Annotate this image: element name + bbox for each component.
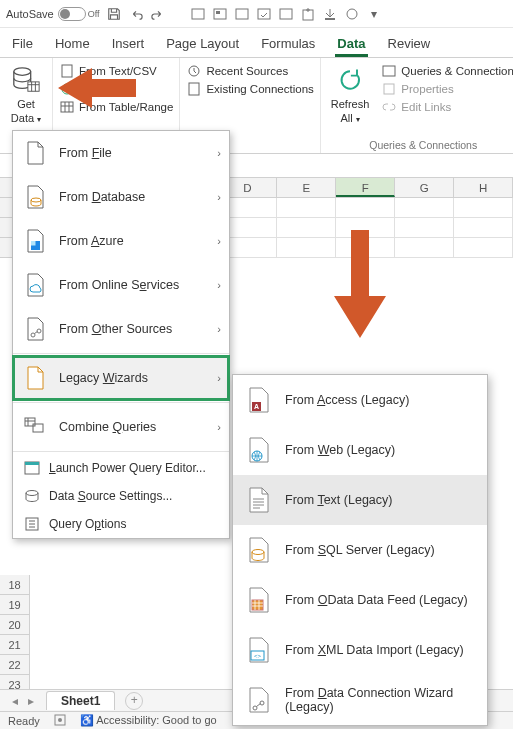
svg-rect-26: [25, 462, 39, 465]
menu-from-other-sources[interactable]: From Other Sources›: [13, 307, 229, 351]
dcw-icon: [245, 686, 273, 714]
tab-data[interactable]: Data: [335, 32, 367, 57]
svg-marker-38: [58, 68, 136, 108]
autosave-control[interactable]: AutoSave Off: [6, 7, 100, 21]
cloud-icon: [23, 272, 49, 298]
autosave-state: Off: [88, 9, 100, 19]
submenu-from-dcw[interactable]: From Data Connection Wizard (Legacy): [233, 675, 487, 725]
annotation-arrow-left: [58, 62, 138, 114]
tab-home[interactable]: Home: [53, 32, 92, 57]
svg-point-27: [26, 491, 38, 496]
tab-insert[interactable]: Insert: [110, 32, 147, 57]
row-head-20[interactable]: 20: [0, 615, 30, 635]
menu-from-azure[interactable]: From Azure›: [13, 219, 229, 263]
menu-from-online-services[interactable]: From Online Services›: [13, 263, 229, 307]
existing-connections-button[interactable]: Existing Connections: [186, 80, 313, 98]
database-file-icon: [23, 184, 49, 210]
tab-page-layout[interactable]: Page Layout: [164, 32, 241, 57]
qat-icon-2[interactable]: [212, 6, 228, 22]
row-head-18[interactable]: 18: [0, 575, 30, 595]
sheet-tab-1[interactable]: Sheet1: [46, 691, 115, 710]
menu-legacy-wizards[interactable]: Legacy Wizards›: [13, 356, 229, 400]
col-head-g[interactable]: G: [395, 178, 454, 197]
undo-icon[interactable]: [128, 6, 144, 22]
col-head-h[interactable]: H: [454, 178, 513, 197]
menu-combine-queries[interactable]: Combine Queries›: [13, 405, 229, 449]
recent-sources-button[interactable]: Recent Sources: [186, 62, 313, 80]
save-icon[interactable]: [106, 6, 122, 22]
chevron-right-icon: ›: [217, 191, 221, 203]
chevron-right-icon: ›: [217, 235, 221, 247]
svg-rect-20: [31, 241, 36, 246]
qat-icon-7[interactable]: [322, 6, 338, 22]
sql-icon: [245, 536, 273, 564]
submenu-from-odata[interactable]: From OData Data Feed (Legacy): [233, 575, 487, 625]
annotation-arrow-down: [330, 230, 390, 340]
qat-icon-6[interactable]: [300, 6, 316, 22]
chevron-right-icon: ›: [217, 372, 221, 384]
qat-customize-icon[interactable]: ▾: [366, 6, 382, 22]
status-ready: Ready: [8, 715, 40, 727]
title-bar: AutoSave Off ▾: [0, 0, 513, 28]
group-title-queries: Queries & Connections: [327, 139, 513, 151]
submenu-from-access[interactable]: A From Access (Legacy): [233, 375, 487, 425]
svg-point-8: [347, 9, 357, 19]
qat-icon-4[interactable]: [256, 6, 272, 22]
submenu-from-text[interactable]: From Text (Legacy): [233, 475, 487, 525]
col-head-f[interactable]: F: [336, 178, 395, 197]
text-legacy-icon: [245, 486, 273, 514]
macro-record-icon[interactable]: [54, 714, 66, 728]
menu-launch-pqe[interactable]: Launch Power Query Editor...: [13, 454, 229, 482]
svg-rect-7: [325, 18, 335, 20]
autosave-toggle[interactable]: [58, 7, 86, 21]
svg-rect-33: [252, 600, 263, 610]
menu-from-database[interactable]: From Database›: [13, 175, 229, 219]
svg-rect-4: [258, 9, 270, 19]
other-sources-icon: [23, 316, 49, 342]
sheet-nav-prev[interactable]: ◂: [8, 694, 22, 708]
row-head-22[interactable]: 22: [0, 655, 30, 675]
menu-from-file[interactable]: From File›: [13, 131, 229, 175]
get-data-label1: Get: [17, 98, 35, 110]
odata-icon: [245, 586, 273, 614]
queries-connections-button[interactable]: Queries & Connections: [381, 62, 513, 80]
properties-icon: [381, 81, 397, 97]
properties-button: Properties: [381, 80, 513, 98]
legacy-icon: [23, 365, 49, 391]
svg-rect-10: [28, 82, 39, 91]
file-icon: [23, 140, 49, 166]
menu-query-options[interactable]: Query Options: [13, 510, 229, 538]
sheet-nav-next[interactable]: ▸: [24, 694, 38, 708]
redo-icon[interactable]: [150, 6, 166, 22]
col-head-e[interactable]: E: [277, 178, 336, 197]
chevron-right-icon: ›: [217, 147, 221, 159]
access-icon: A: [245, 386, 273, 414]
get-data-button[interactable]: Get Data ▾: [6, 62, 46, 126]
add-sheet-button[interactable]: +: [125, 692, 143, 710]
svg-rect-3: [236, 9, 248, 19]
row-head-21[interactable]: 21: [0, 635, 30, 655]
tab-file[interactable]: File: [10, 32, 35, 57]
svg-point-9: [14, 68, 31, 76]
web-legacy-icon: [245, 436, 273, 464]
refresh-all-button[interactable]: Refresh All ▾: [327, 62, 374, 126]
get-data-label2: Data ▾: [11, 112, 41, 124]
row-head-19[interactable]: 19: [0, 595, 30, 615]
accessibility-status[interactable]: ♿ Accessibility: Good to go: [80, 714, 217, 727]
database-icon: [10, 64, 42, 96]
tab-review[interactable]: Review: [386, 32, 433, 57]
qat-icon-8[interactable]: [344, 6, 360, 22]
qat-icon-3[interactable]: [234, 6, 250, 22]
menu-data-source-settings[interactable]: Data Source Settings...: [13, 482, 229, 510]
submenu-from-sql[interactable]: From SQL Server (Legacy): [233, 525, 487, 575]
svg-rect-2: [216, 11, 220, 14]
submenu-from-web[interactable]: From Web (Legacy): [233, 425, 487, 475]
tab-formulas[interactable]: Formulas: [259, 32, 317, 57]
qat-icon-1[interactable]: [190, 6, 206, 22]
submenu-from-xml[interactable]: <> From XML Data Import (Legacy): [233, 625, 487, 675]
qat-icon-5[interactable]: [278, 6, 294, 22]
svg-rect-0: [192, 9, 204, 19]
svg-rect-16: [383, 66, 395, 76]
svg-text:<>: <>: [254, 653, 262, 659]
svg-rect-5: [280, 9, 292, 19]
